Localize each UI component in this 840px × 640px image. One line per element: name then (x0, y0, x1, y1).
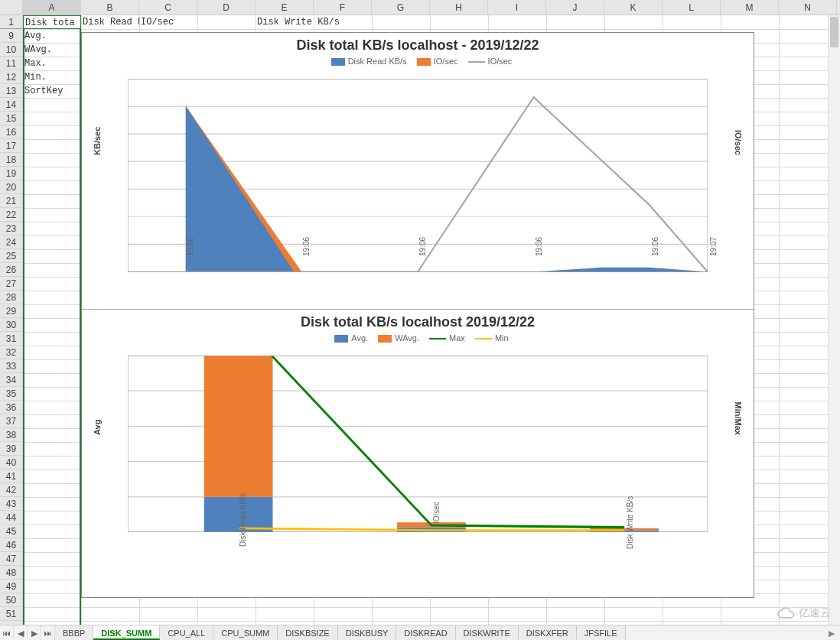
col-header-K[interactable]: K (604, 0, 663, 15)
row-header-21[interactable]: 21 (0, 194, 22, 208)
legend-swatch-io-area (417, 58, 431, 66)
row-header-44[interactable]: 44 (0, 511, 22, 525)
cell-C1[interactable]: IO/sec (139, 15, 256, 29)
chart-1-title: Disk total KB/s localhost - 2019/12/22 (82, 33, 754, 55)
row-header-28[interactable]: 28 (0, 291, 22, 304)
cell-A1[interactable]: Disk tota (23, 15, 81, 29)
row-header-11[interactable]: 11 (0, 57, 22, 70)
worksheet-cells[interactable]: Disk tota Disk Read KB IO/sec Disk Write… (23, 15, 840, 625)
row-header-17[interactable]: 17 (0, 139, 22, 153)
cell-A10[interactable]: WAvg. (23, 43, 81, 57)
cell-A12[interactable]: Min. (23, 70, 81, 84)
scroll-thumb[interactable] (830, 17, 838, 47)
row-header-23[interactable]: 23 (0, 222, 22, 236)
row-header-36[interactable]: 36 (0, 401, 22, 414)
row-header-46[interactable]: 46 (0, 538, 22, 552)
row-header-10[interactable]: 10 (0, 43, 22, 57)
cell-D1[interactable]: Disk Write KB/s (256, 15, 372, 29)
col-header-H[interactable]: H (430, 0, 488, 15)
x-tick: 19:06 (418, 237, 427, 256)
row-header-30[interactable]: 30 (0, 318, 22, 332)
row-header-51[interactable]: 51 (0, 607, 22, 621)
col-header-N[interactable]: N (779, 0, 837, 15)
row-header-26[interactable]: 26 (0, 263, 22, 277)
row-header-38[interactable]: 38 (0, 428, 22, 442)
x-tick: 19:06 (186, 237, 194, 256)
row-header-34[interactable]: 34 (0, 373, 22, 387)
col-header-M[interactable]: M (721, 0, 779, 15)
cell-A11[interactable]: Max. (23, 57, 81, 70)
legend-label: Max (449, 333, 465, 343)
row-header-49[interactable]: 49 (0, 580, 22, 593)
row-header-12[interactable]: 12 (0, 70, 22, 84)
embedded-chart[interactable]: Disk total KB/s localhost - 2019/12/22 D… (81, 32, 754, 598)
chart-2-title: Disk total KB/s localhost 2019/12/22 (82, 310, 754, 332)
legend-line-max (429, 338, 446, 339)
row-header-43[interactable]: 43 (0, 497, 22, 511)
row-header-48[interactable]: 48 (0, 566, 22, 580)
legend-label: Avg. (351, 333, 368, 343)
col-header-E[interactable]: E (256, 0, 314, 15)
row-header-16[interactable]: 16 (0, 125, 22, 139)
row-header-27[interactable]: 27 (0, 277, 22, 291)
chart-2-legend: Avg. WAvg. Max Min (82, 332, 754, 347)
x-tick: IO/sec (432, 502, 441, 524)
row-header-31[interactable]: 31 (0, 332, 22, 346)
chart-2-plot: 02004006008001000 02004006008001000 Disk… (128, 356, 708, 532)
col-header-G[interactable]: G (372, 0, 430, 15)
col-header-F[interactable]: F (314, 0, 372, 15)
row-header-45[interactable]: 45 (0, 525, 22, 538)
row-header-40[interactable]: 40 (0, 456, 22, 469)
col-header-L[interactable]: L (663, 0, 721, 15)
legend-line-min (475, 338, 492, 339)
chart-1: Disk total KB/s localhost - 2019/12/22 D… (82, 33, 754, 310)
chart-1-plot: 0200400600800100012001400 0246810121416 … (128, 79, 708, 272)
svg-rect-35 (204, 356, 273, 497)
chart-2: Disk total KB/s localhost 2019/12/22 Avg… (82, 310, 754, 592)
watermark: 亿速云 (777, 606, 831, 620)
col-header-D[interactable]: D (197, 0, 256, 15)
row-header-32[interactable]: 32 (0, 346, 22, 359)
row-header-39[interactable]: 39 (0, 442, 22, 456)
row-header-24[interactable]: 24 (0, 236, 22, 249)
row-header-15[interactable]: 15 (0, 112, 22, 125)
row-header-1[interactable]: 1 (0, 15, 22, 29)
row-header-9[interactable]: 9 (0, 29, 22, 43)
select-all-corner[interactable] (0, 0, 23, 15)
legend-line-io (468, 61, 485, 63)
legend-swatch-wavg (378, 335, 392, 343)
row-header-25[interactable]: 25 (0, 249, 22, 263)
row-header-13[interactable]: 13 (0, 84, 22, 98)
row-header-18[interactable]: 18 (0, 153, 22, 167)
row-header-50[interactable]: 50 (0, 593, 22, 607)
chart-1-y2-label: IO/sec (734, 130, 743, 155)
row-header-20[interactable]: 20 (0, 180, 22, 194)
col-header-B[interactable]: B (81, 0, 139, 15)
row-header-37[interactable]: 37 (0, 414, 22, 428)
column-selection-outline (23, 15, 81, 625)
row-header-22[interactable]: 22 (0, 208, 22, 222)
row-header-47[interactable]: 47 (0, 552, 22, 566)
legend-label: Disk Read KB/s (348, 57, 407, 66)
cell-B1[interactable]: Disk Read KB (81, 15, 139, 29)
row-header-14[interactable]: 14 (0, 98, 22, 112)
cell-A9[interactable]: Avg. (23, 29, 81, 43)
col-header-I[interactable]: I (488, 0, 546, 15)
col-header-C[interactable]: C (139, 0, 197, 15)
row-header-29[interactable]: 29 (0, 304, 22, 318)
col-header-J[interactable]: J (546, 0, 604, 15)
cloud-icon (777, 607, 796, 619)
legend-swatch-avg (334, 335, 348, 343)
row-header-33[interactable]: 33 (0, 359, 22, 373)
col-header-A[interactable]: A (23, 0, 81, 15)
row-header-41[interactable]: 41 (0, 469, 22, 483)
legend-label: IO/sec (434, 57, 458, 66)
x-tick: 19:06 (302, 237, 311, 256)
cell-A13[interactable]: SortKey (23, 84, 81, 98)
row-header-19[interactable]: 19 (0, 167, 22, 180)
legend-label: Min (495, 333, 509, 343)
row-header-42[interactable]: 42 (0, 483, 22, 497)
x-tick: 19:06 (651, 237, 659, 256)
row-header-35[interactable]: 35 (0, 387, 22, 401)
vertical-scrollbar[interactable] (828, 15, 840, 625)
